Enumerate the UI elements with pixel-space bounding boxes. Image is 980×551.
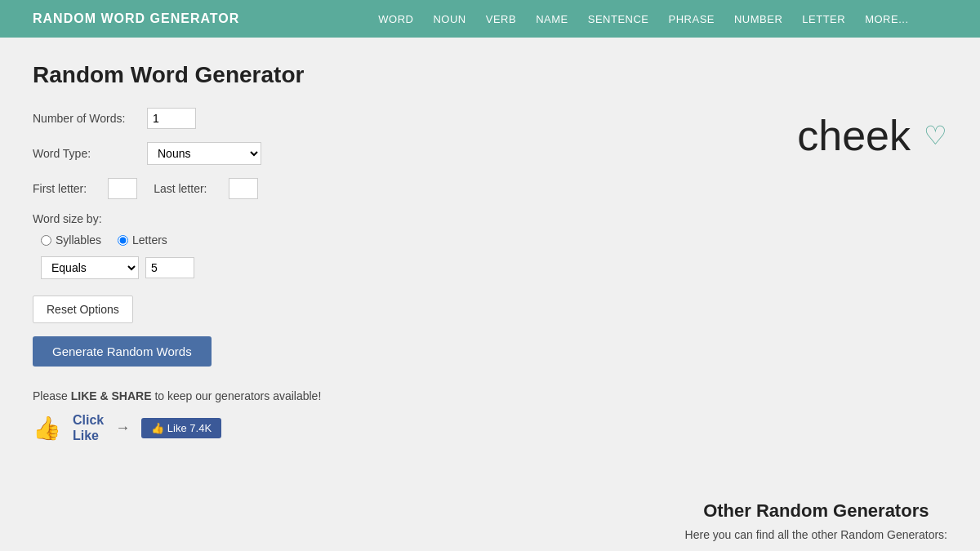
- reset-options-button[interactable]: Reset Options: [33, 295, 133, 323]
- generate-button-wrapper: Generate Random Words: [33, 336, 474, 386]
- letters-radio[interactable]: [118, 235, 128, 246]
- size-comparison-select[interactable]: EqualsLess thanGreater than: [41, 256, 139, 279]
- share-text-before: Please: [33, 389, 71, 402]
- right-panel: cheek ♡: [506, 62, 947, 443]
- syllables-label: Syllables: [56, 233, 101, 247]
- thumbs-up-icon: 👍: [33, 415, 61, 442]
- nav-item-number[interactable]: NUMBER: [734, 13, 782, 25]
- share-text-bold: LIKE & SHARE: [71, 389, 152, 402]
- letters-radio-option[interactable]: Letters: [118, 233, 167, 247]
- main-nav: WORDNOUNVERBNAMESENTENCEPHRASENUMBERLETT…: [378, 13, 908, 25]
- other-generators-title: Other Random Generators: [685, 500, 947, 522]
- word-type-label: Word Type:: [33, 147, 147, 160]
- other-generators-panel: Other Random Generators Here you can fin…: [685, 500, 947, 541]
- number-of-words-label: Number of Words:: [33, 112, 147, 125]
- first-last-letter-row: First letter: Last letter:: [33, 178, 474, 199]
- arrow-icon: →: [115, 420, 130, 437]
- like-label: Like: [73, 428, 104, 443]
- nav-item-letter[interactable]: LETTER: [802, 13, 845, 25]
- facebook-like-button[interactable]: 👍 Like 7.4K: [141, 418, 221, 438]
- bottom-section: Other Random Generators Here you can fin…: [0, 468, 980, 551]
- main-content: Random Word Generator Number of Words: W…: [0, 38, 980, 468]
- share-text: Please LIKE & SHARE to keep our generato…: [33, 389, 474, 402]
- syllables-radio-option[interactable]: Syllables: [41, 233, 101, 247]
- nav-item-verb[interactable]: VERB: [486, 13, 516, 25]
- nav-item-word[interactable]: WORD: [378, 13, 413, 25]
- nav-item-name[interactable]: NAME: [536, 13, 568, 25]
- number-of-words-input[interactable]: [147, 108, 196, 129]
- first-letter-input[interactable]: [108, 178, 137, 199]
- nav-item-phrase[interactable]: PHRASE: [669, 13, 715, 25]
- other-generators-desc: Here you can find all the other Random G…: [685, 528, 947, 541]
- page-title: Random Word Generator: [33, 62, 474, 88]
- nav-item-moremore[interactable]: MORE...: [865, 13, 908, 25]
- word-size-radio-row: Syllables Letters: [41, 233, 474, 247]
- word-size-by-label: Word size by:: [33, 212, 474, 225]
- nav-item-noun[interactable]: NOUN: [433, 13, 466, 25]
- left-panel: Random Word Generator Number of Words: W…: [33, 62, 474, 443]
- syllables-radio[interactable]: [41, 235, 51, 246]
- generated-word: cheek: [797, 111, 911, 160]
- click-like-text: Click Like: [73, 412, 104, 443]
- social-row: 👍 Click Like → 👍 Like 7.4K: [33, 412, 474, 443]
- first-letter-label: First letter:: [33, 182, 87, 195]
- word-display: cheek ♡: [797, 111, 947, 160]
- share-text-after: to keep our generators available!: [152, 389, 322, 402]
- size-row: EqualsLess thanGreater than: [41, 256, 474, 279]
- size-value-input[interactable]: [145, 257, 194, 278]
- share-section: Please LIKE & SHARE to keep our generato…: [33, 389, 474, 443]
- letters-label: Letters: [132, 233, 167, 247]
- word-type-row: Word Type: NounsVerbsAdjectivesAdverbsAn…: [33, 142, 474, 165]
- heart-icon[interactable]: ♡: [924, 120, 947, 151]
- generate-random-words-button[interactable]: Generate Random Words: [33, 336, 212, 367]
- site-header: RANDOM WORD GENERATOR WORDNOUNVERBNAMESE…: [0, 0, 980, 38]
- site-logo[interactable]: RANDOM WORD GENERATOR: [33, 11, 239, 26]
- last-letter-input[interactable]: [229, 178, 258, 199]
- reset-button-wrapper: Reset Options: [33, 295, 474, 333]
- word-type-select[interactable]: NounsVerbsAdjectivesAdverbsAny: [147, 142, 261, 165]
- last-letter-label: Last letter:: [154, 182, 207, 195]
- nav-item-sentence[interactable]: SENTENCE: [588, 13, 649, 25]
- click-label: Click: [73, 412, 104, 428]
- number-of-words-row: Number of Words:: [33, 108, 474, 129]
